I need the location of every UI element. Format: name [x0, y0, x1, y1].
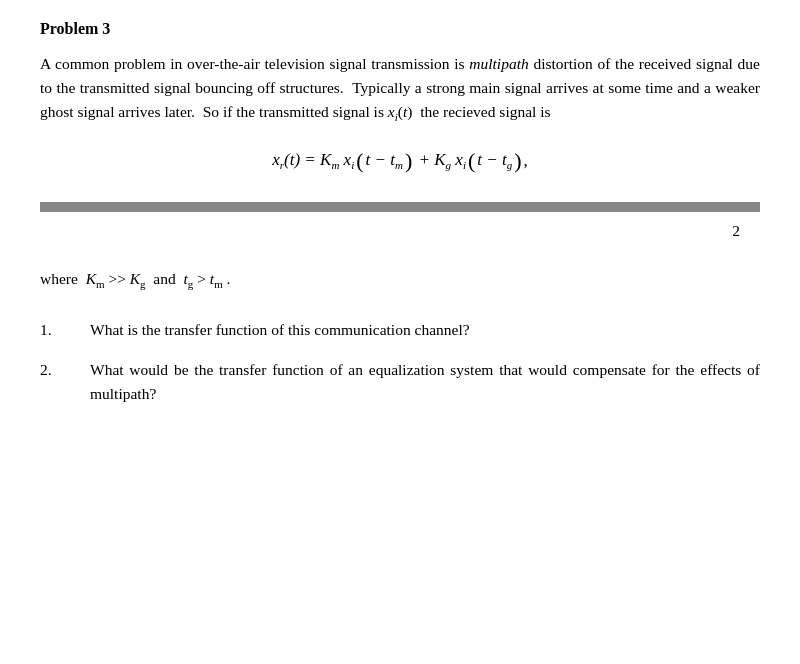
- question-1: 1. What is the transfer function of this…: [40, 318, 760, 342]
- paren-open-2: (: [468, 150, 475, 172]
- paren-open-1: (: [356, 150, 363, 172]
- italic-multipath: multipath: [469, 55, 528, 72]
- question-1-number: 1.: [40, 318, 90, 342]
- formula-arg1: t − tm: [366, 150, 403, 171]
- page-number: 2: [732, 222, 740, 240]
- page-number-row: 2: [40, 222, 760, 240]
- xi-notation: xi: [388, 103, 398, 120]
- page-container: Problem 3 A common problem in over-the-a…: [40, 20, 760, 406]
- main-formula: xr(t) = Km xi ( t − tm ) + Kg xi ( t − t…: [40, 150, 760, 172]
- paren-close-2: ): [514, 150, 521, 172]
- formula-comma: ,: [524, 151, 528, 171]
- question-2-text: What would be the transfer function of a…: [90, 358, 760, 406]
- question-2-number: 2.: [40, 358, 90, 406]
- formula-lhs: xr(t) = Km xi: [272, 150, 354, 171]
- divider-bar: [40, 202, 760, 212]
- formula-container: xr(t) = Km xi ( t − tm ) + Kg xi ( t − t…: [40, 150, 760, 172]
- paren-close-1: ): [405, 150, 412, 172]
- questions-container: 1. What is the transfer function of this…: [40, 318, 760, 406]
- question-1-text: What is the transfer function of this co…: [90, 318, 760, 342]
- problem-title: Problem 3: [40, 20, 760, 38]
- formula-arg2: t − tg: [477, 150, 512, 171]
- problem-description: A common problem in over-the-air televis…: [40, 52, 760, 126]
- where-clause: where Km >> Kg and tg > tm .: [40, 270, 760, 290]
- question-2: 2. What would be the transfer function o…: [40, 358, 760, 406]
- formula-plus: + Kg xi: [414, 150, 466, 171]
